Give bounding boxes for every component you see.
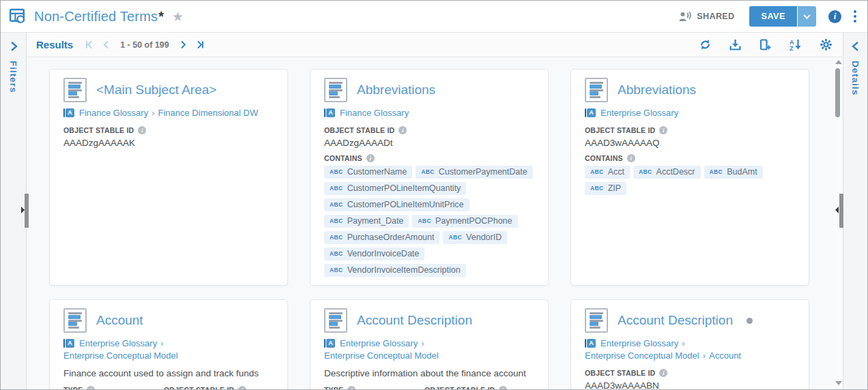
card-header: Abbreviations xyxy=(324,78,534,102)
next-page-icon[interactable] xyxy=(180,40,187,49)
breadcrumb-link[interactable]: Enterprise Glossary xyxy=(79,338,157,349)
info-icon[interactable]: i xyxy=(828,10,841,23)
field-label-row: CONTAINSi xyxy=(324,154,534,162)
scrollbar-thumb[interactable] xyxy=(835,68,840,117)
breadcrumb-separator: › xyxy=(151,107,154,119)
page-title: Non-Certified Terms xyxy=(34,9,158,25)
field-label: TYPE xyxy=(63,386,83,389)
abc-type-icon: ABC xyxy=(590,185,604,192)
info-icon[interactable]: i xyxy=(627,154,635,162)
term-chip[interactable]: ABCCustomerPOLineItemUnitPrice xyxy=(324,198,469,211)
info-icon[interactable]: i xyxy=(366,154,375,162)
left-splitter-handle[interactable] xyxy=(25,194,29,228)
gear-icon[interactable] xyxy=(820,39,832,50)
term-chip[interactable]: ABCVendorID xyxy=(443,231,507,244)
breadcrumb-link[interactable]: Enterprise Conceptual Model xyxy=(585,350,699,361)
details-panel-collapsed[interactable]: Details xyxy=(843,33,867,389)
content-row: <Main Subject Area>AFinance Glossary›Fin… xyxy=(27,57,843,389)
chip-label: CustomerName xyxy=(347,167,407,177)
breadcrumb-link[interactable]: Enterprise Conceptual Model xyxy=(63,350,178,361)
refresh-icon[interactable] xyxy=(699,39,711,50)
save-dropdown-button[interactable] xyxy=(798,6,816,27)
term-chip[interactable]: ABCCustomerPaymentDate xyxy=(416,166,533,179)
chip-label: PaymentPOCPhone xyxy=(435,216,512,226)
term-chip[interactable]: ABCVendorInvoiceItemDescription xyxy=(324,264,466,277)
breadcrumb-link[interactable]: Account xyxy=(709,350,741,361)
abc-type-icon: ABC xyxy=(448,234,462,241)
card-title[interactable]: Account Description xyxy=(357,313,472,328)
chevron-left-icon[interactable] xyxy=(852,42,860,51)
breadcrumb: AEnterprise Glossary›Enterprise Conceptu… xyxy=(324,338,534,361)
info-icon[interactable]: i xyxy=(659,126,667,134)
breadcrumb-link[interactable]: Enterprise Glossary xyxy=(601,338,678,349)
term-card: Account DescriptionAEnterprise Glossary›… xyxy=(570,299,809,389)
chevron-right-icon[interactable] xyxy=(10,42,18,51)
card-title[interactable]: Abbreviations xyxy=(618,82,696,97)
status-dot-icon xyxy=(747,318,753,324)
term-chip[interactable]: ABCPayment_Date xyxy=(324,215,409,228)
download-icon[interactable] xyxy=(729,39,741,50)
right-splitter-handle[interactable] xyxy=(839,194,843,228)
results-toolbar: Results 1 - 50 of 199 xyxy=(27,33,843,57)
info-icon[interactable]: i xyxy=(659,369,667,377)
filters-label[interactable]: Filters xyxy=(8,61,18,93)
scroll-down-arrow[interactable] xyxy=(835,381,842,385)
info-icon[interactable]: i xyxy=(399,126,407,134)
prev-page-icon[interactable] xyxy=(102,40,109,49)
save-button[interactable]: SAVE xyxy=(749,6,797,27)
chip-label: AcctDescr xyxy=(656,167,695,177)
term-chip[interactable]: ABCCustomerName xyxy=(324,166,412,179)
info-icon[interactable]: i xyxy=(238,386,246,389)
abc-type-icon: ABC xyxy=(418,217,431,224)
term-chip[interactable]: ABCZIP xyxy=(585,182,626,195)
scroll-up-arrow[interactable] xyxy=(835,60,842,64)
card-fields: TYPEiEntityOBJECT STABLE IDiAAAD3wAAAABC xyxy=(63,386,274,389)
term-chip[interactable]: ABCPaymentPOCPhone xyxy=(412,215,517,228)
add-card-icon[interactable] xyxy=(760,39,771,50)
card-header: <Main Subject Area> xyxy=(63,78,274,102)
breadcrumb-link[interactable]: Finance Dimensional DW xyxy=(158,107,259,119)
details-label[interactable]: Details xyxy=(850,61,860,95)
results-tab[interactable]: Results xyxy=(36,39,73,50)
field: OBJECT STABLE IDiAAADzgAAAAAK xyxy=(63,126,274,148)
card-fields: TYPEiAttributeOBJECT STABLE IDiAAAD3wAAA… xyxy=(324,386,534,389)
first-page-icon[interactable] xyxy=(85,40,94,49)
breadcrumb-link[interactable]: Enterprise Glossary xyxy=(340,338,418,349)
svg-text:Z: Z xyxy=(790,45,794,50)
breadcrumb-link[interactable]: Finance Glossary xyxy=(79,107,148,119)
chip-label: CustomerPaymentDate xyxy=(439,167,527,177)
last-page-icon[interactable] xyxy=(195,40,204,49)
card-title[interactable]: Account xyxy=(96,313,143,328)
sort-az-icon[interactable]: A Z xyxy=(790,39,802,50)
abc-type-icon: ABC xyxy=(590,168,604,175)
field: TYPEiAttribute xyxy=(324,386,424,389)
card-title[interactable]: Abbreviations xyxy=(357,82,435,97)
breadcrumb: AFinance Glossary xyxy=(324,107,534,119)
breadcrumb: AEnterprise Glossary›Enterprise Conceptu… xyxy=(585,338,795,361)
breadcrumb-link[interactable]: Enterprise Glossary xyxy=(601,107,678,119)
term-chip[interactable]: ABCCustomerPOLineItemQuantity xyxy=(324,182,466,195)
card-header: Account Description xyxy=(324,308,534,333)
card-fields: OBJECT STABLE IDiAAAD3wAAAABN xyxy=(585,369,795,389)
info-icon[interactable]: i xyxy=(499,386,507,389)
term-chip[interactable]: ABCAcct xyxy=(585,166,630,179)
star-icon[interactable]: ★ xyxy=(172,10,184,23)
glossary-term-icon xyxy=(585,308,608,333)
top-header: Non-Certified Terms * ★ SHARED SAVE i xyxy=(1,1,867,33)
term-chip[interactable]: ABCVendorInvoiceDate xyxy=(324,247,424,260)
info-icon[interactable]: i xyxy=(347,386,356,389)
info-icon[interactable]: i xyxy=(138,126,146,134)
term-chip[interactable]: ABCAcctDescr xyxy=(633,166,701,179)
term-chip[interactable]: ABCPurchaseOrderAmount xyxy=(324,231,439,244)
card-title[interactable]: Account Description xyxy=(618,313,733,328)
info-icon[interactable]: i xyxy=(87,386,95,389)
card-header: Abbreviations xyxy=(585,78,795,102)
kebab-menu-icon[interactable] xyxy=(852,9,858,24)
card-title[interactable]: <Main Subject Area> xyxy=(96,82,216,97)
breadcrumb-link[interactable]: Finance Glossary xyxy=(340,107,409,119)
term-chip[interactable]: ABCBudAmt xyxy=(704,166,763,179)
contains-section: CONTAINSiABCCustomerNameABCCustomerPayme… xyxy=(324,154,534,277)
app-window: Non-Certified Terms * ★ SHARED SAVE i xyxy=(0,0,868,390)
breadcrumb-link[interactable]: Enterprise Conceptual Model xyxy=(324,350,439,361)
chip-label: CustomerPOLineItemQuantity xyxy=(347,183,461,193)
